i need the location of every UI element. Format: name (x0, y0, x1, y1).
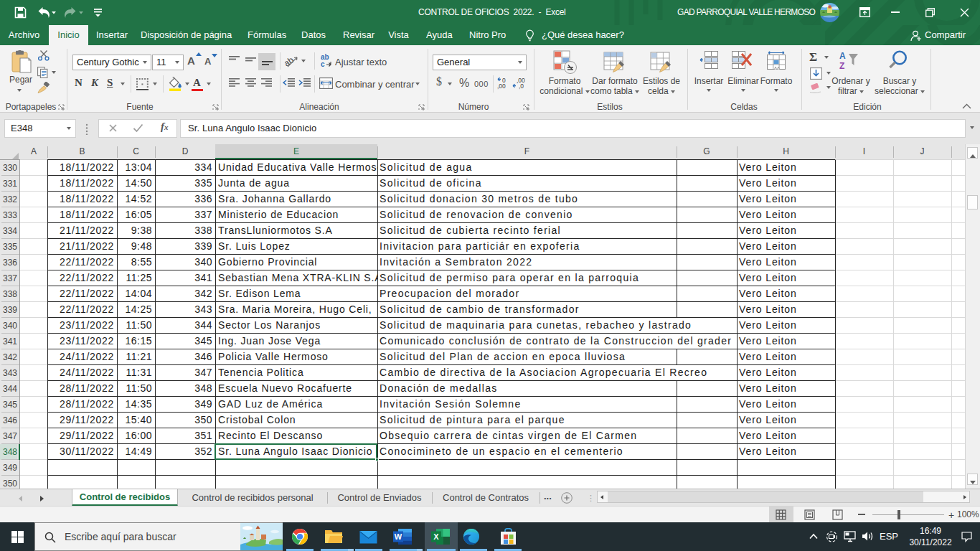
svg-text:X: X (433, 532, 439, 541)
svg-text:,00: ,00 (497, 83, 506, 90)
svg-text:c: c (321, 60, 325, 68)
svg-text:W: W (395, 532, 402, 541)
svg-text:,0: ,0 (519, 83, 524, 90)
svg-text:ab: ab (285, 55, 296, 68)
svg-text:Z: Z (839, 61, 844, 70)
svg-text:A: A (839, 51, 846, 61)
